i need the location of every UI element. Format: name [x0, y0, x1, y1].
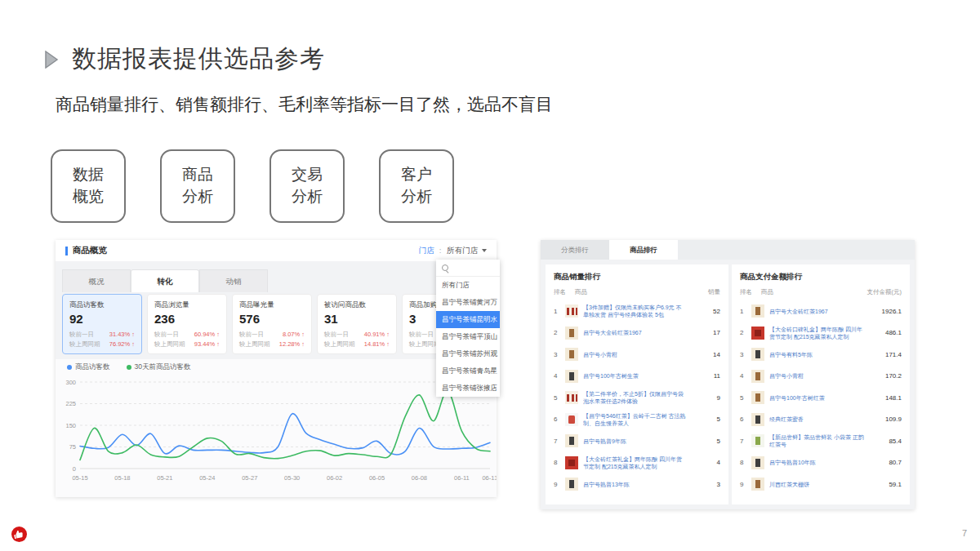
legend-dot-icon: [127, 365, 131, 370]
bullet-triangle-icon: [45, 51, 59, 69]
metric-card[interactable]: 商品访客数 92 较前一日 31.43% ↑ 较上周同期 76.92% ↑: [62, 294, 142, 354]
product-link[interactable]: 昌宁号小青柑: [769, 372, 867, 380]
sales-list-header: 排名 商品 销量: [554, 288, 720, 296]
feature-box: 交易 分析: [270, 149, 345, 223]
youzan-logo: [11, 527, 27, 542]
amount-value: 148.1: [871, 394, 902, 402]
product-link[interactable]: 昌宁号熟普13年陈: [583, 481, 686, 488]
ranking-tab[interactable]: 商品排行: [609, 240, 678, 260]
overview-tab[interactable]: 动销: [199, 269, 268, 292]
sales-value: 52: [689, 308, 720, 315]
feature-box: 商品 分析: [160, 149, 235, 223]
product-link[interactable]: 【第二件半价，不止5折】仅限昌宁号袋泡水果茶任选2件体验: [583, 390, 686, 405]
svg-text:05-15: 05-15: [72, 474, 87, 482]
metric-value: 576: [239, 312, 305, 326]
product-link[interactable]: 【3件加赠】仅限尚未购买客户6.9元 不单独发货 昌宁号经典体验装 5包: [583, 304, 686, 318]
product-link[interactable]: 经典红茶蜜香: [769, 415, 867, 423]
product-thumbnail: [565, 434, 578, 447]
product-link[interactable]: 【大金砖红茶礼盒】两年陈酿 四川年货节定制 配215克藏茶私人定制: [583, 455, 686, 470]
metric-change-value: 12.28% ↑: [279, 340, 305, 349]
product-overview-screenshot: 商品概览 门店 ： 所有门店 概况 转化 动销 商品访客数 92 较前一日 31…: [56, 240, 497, 497]
metric-day-change-row: 较前一日 40.91% ↑: [324, 330, 390, 340]
svg-text:06-11: 06-11: [454, 474, 470, 482]
column-rank: 排名: [740, 288, 761, 296]
store-dropdown-item[interactable]: 昌宁号茶铺平顶山: [436, 328, 500, 345]
metric-change-key: 较上周同期: [239, 340, 270, 349]
metric-card[interactable]: 被访问商品数 31 较前一日 40.91% ↑ 较上周同期 14.81% ↑: [317, 294, 397, 354]
metric-change-value: 31.43% ↑: [109, 330, 135, 340]
store-dropdown-item[interactable]: 昌宁号茶铺昆明水: [436, 311, 500, 328]
sales-value: 17: [689, 329, 720, 336]
metric-label: 商品曝光量: [239, 300, 305, 310]
rank-number: 3: [554, 351, 565, 358]
caret-down-icon: [482, 249, 487, 252]
product-link[interactable]: 昌宁号100年古树生茶: [583, 372, 686, 380]
accent-bar: [65, 247, 68, 256]
amount-list-header: 排名 商品 支付金额(元): [740, 288, 902, 296]
product-link[interactable]: 川西红茶天棚饼: [769, 481, 867, 488]
feature-box-line1: 数据: [73, 164, 104, 186]
product-thumbnail: [751, 348, 764, 361]
rank-number: 1: [740, 308, 751, 315]
feature-box: 数据 概览: [51, 149, 126, 223]
product-link[interactable]: 昌宁号大金砖红茶1967: [583, 329, 686, 336]
product-link[interactable]: 昌宁号熟普9年陈: [583, 438, 686, 445]
ranking-tab[interactable]: 分类排行: [541, 240, 609, 260]
product-link[interactable]: 昌宁号100年古树红茶: [769, 394, 867, 402]
rank-number: 2: [554, 329, 565, 336]
amount-value: 170.2: [871, 372, 902, 380]
legend-item[interactable]: 商品访客数: [67, 362, 110, 372]
store-search-input[interactable]: [436, 260, 500, 277]
amount-value: 171.4: [871, 351, 902, 358]
metric-value: 31: [324, 312, 390, 326]
store-dropdown-item[interactable]: 昌宁号茶铺张掖店: [436, 380, 500, 397]
feature-box-line2: 分析: [401, 186, 432, 208]
slide-title-row: 数据报表提供选品参考: [45, 42, 325, 76]
product-thumbnail: [751, 478, 764, 491]
amount-value: 1926.1: [871, 308, 902, 315]
product-link[interactable]: 昌宁号熟普10年陈: [769, 459, 867, 466]
metric-card[interactable]: 商品浏览量 236 较前一日 60.94% ↑ 较上周同期 93.44% ↑: [147, 294, 227, 354]
metric-week-change-row: 较上周同期 76.92% ↑: [69, 340, 135, 349]
feature-box-line1: 商品: [182, 164, 213, 186]
overview-tab[interactable]: 转化: [131, 269, 199, 292]
sales-value: 5: [689, 415, 720, 423]
product-link[interactable]: 【新品尝鲜】茶品尝鲜装 小袋茶 正韵红茶号: [769, 433, 867, 448]
product-thumbnail: [565, 391, 578, 404]
sales-list-title: 商品销量排行: [554, 272, 720, 282]
ranking-row: 4 昌宁号小青柑 170.2: [740, 366, 902, 388]
product-link[interactable]: 昌宁号小青柑: [583, 351, 686, 358]
product-thumbnail: [565, 413, 578, 426]
product-thumbnail: [565, 348, 578, 361]
store-dropdown-item[interactable]: 昌宁号茶铺青岛星: [436, 362, 500, 380]
overview-tab[interactable]: 概况: [62, 269, 131, 292]
ranking-row: 3 昌宁号有料5年陈 171.4: [740, 344, 902, 366]
store-dropdown-item[interactable]: 所有门店: [436, 277, 500, 294]
legend-dot-icon: [67, 365, 72, 370]
metric-week-change-row: 较上周同期 12.28% ↑: [239, 340, 305, 349]
product-thumbnail: [751, 413, 764, 426]
metric-change-value: 40.91% ↑: [364, 330, 390, 340]
metric-card[interactable]: 商品曝光量 576 较前一日 8.07% ↑ 较上周同期 12.28% ↑: [232, 294, 312, 354]
store-filter[interactable]: 门店 ： 所有门店: [419, 246, 488, 256]
metric-change-key: 较上周同期: [324, 340, 355, 349]
visitor-trend-line-chart: 07515022530005-1505-1805-2105-2405-2705-…: [56, 372, 497, 495]
product-link[interactable]: 昌宁号大金砖红茶1967: [769, 308, 867, 315]
ranking-row: 8 【大金砖红茶礼盒】两年陈酿 四川年货节定制 配215克藏茶私人定制 4: [554, 452, 720, 474]
store-dropdown-item[interactable]: 昌宁号茶铺苏州观: [436, 345, 500, 362]
product-link[interactable]: 【昌宁号546红茶】云岭千二古树 古法熟制、自生慢养茶人: [583, 412, 686, 427]
product-link[interactable]: 【大金砖口碑礼盒】两年陈酿 四川年货节定制 配215克藏茶私人定制: [769, 326, 867, 340]
metric-change-value: 76.92% ↑: [109, 340, 135, 349]
legend-item[interactable]: 30天前商品访客数: [127, 362, 191, 372]
product-link[interactable]: 昌宁号有料5年陈: [769, 351, 867, 358]
product-thumbnail: [751, 370, 764, 383]
ranking-row: 1 昌宁号大金砖红茶1967 1926.1: [740, 300, 902, 322]
svg-text:225: 225: [65, 400, 76, 407]
amount-value: 80.7: [871, 459, 902, 466]
product-thumbnail: [565, 478, 578, 491]
store-dropdown-item[interactable]: 昌宁号茶铺黄河万: [436, 294, 500, 311]
ranking-row: 2 【大金砖口碑礼盒】两年陈酿 四川年货节定制 配215克藏茶私人定制 486.…: [740, 322, 902, 344]
feature-boxes: 数据 概览 商品 分析 交易 分析 客户 分析: [51, 149, 454, 223]
metric-change-key: 较前一日: [409, 330, 434, 340]
metric-change-value: 93.44% ↑: [194, 340, 220, 349]
